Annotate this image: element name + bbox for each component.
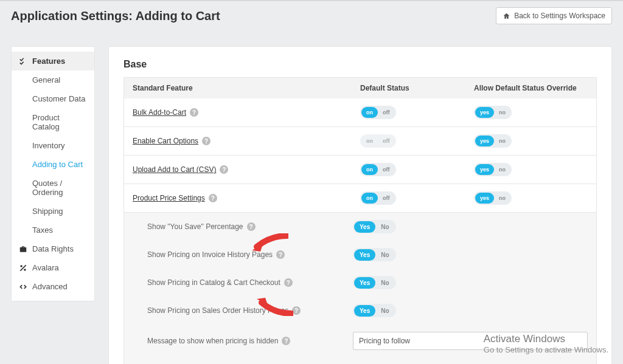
invoice-history-toggle[interactable]: YesNo — [353, 248, 396, 261]
sidebar-item-label: Adding to Cart — [32, 160, 83, 169]
feature-row-price-settings: Product Price Settings? onoff yesno — [124, 184, 597, 213]
sub-row-invoice-history: Show Pricing on Invoice History Pages? Y… — [124, 241, 596, 269]
col-default-status: Default Status — [360, 84, 474, 92]
upload-csv-override-toggle[interactable]: yesno — [474, 163, 512, 176]
main-panel: Base Standard Feature Default Status All… — [108, 46, 612, 364]
help-icon[interactable]: ? — [292, 306, 301, 315]
sidebar-item-inventory[interactable]: Inventory — [12, 136, 94, 155]
sidebar-item-label: General — [32, 75, 60, 84]
sub-row-help-tip: Help tip text to show on Price Message? … — [124, 357, 596, 364]
upload-csv-link[interactable]: Upload Add to Cart (CSV) — [133, 165, 216, 174]
sub-label: Show Pricing on Sales Order History Page… — [147, 306, 288, 315]
sidebar-item-product-catalog[interactable]: Product Catalog — [12, 108, 94, 136]
sidebar-item-customer-data[interactable]: Customer Data — [12, 89, 94, 108]
sidebar-item-advanced[interactable]: Advanced — [12, 277, 94, 296]
briefcase-icon — [19, 245, 27, 253]
home-icon — [503, 12, 510, 20]
help-icon[interactable]: ? — [247, 222, 256, 231]
enable-cart-override-toggle[interactable]: yesno — [474, 134, 512, 148]
col-standard-feature: Standard Feature — [133, 84, 360, 92]
catalog-checkout-toggle[interactable]: YesNo — [353, 276, 396, 289]
sub-row-you-save: Show "You Save" Percentage? YesNo — [124, 213, 596, 241]
bulk-override-toggle[interactable]: yesno — [474, 106, 512, 119]
sidebar-item-adding-to-cart[interactable]: Adding to Cart — [12, 155, 94, 174]
help-icon[interactable]: ? — [190, 108, 198, 117]
bulk-status-toggle[interactable]: onoff — [360, 106, 396, 119]
feature-row-enable-cart: Enable Cart Options? onoff yesno — [124, 127, 597, 156]
col-allow-override: Allow Default Status Override — [474, 84, 588, 92]
sidebar-item-label: Taxes — [32, 225, 53, 235]
help-icon[interactable]: ? — [282, 337, 290, 345]
price-settings-subgroup: Show "You Save" Percentage? YesNo Show P… — [124, 213, 597, 364]
code-icon — [19, 283, 27, 291]
sidebar-item-label: Features — [32, 57, 65, 66]
sidebar-item-label: Inventory — [32, 141, 64, 150]
sales-order-toggle[interactable]: YesNo — [353, 304, 396, 317]
sub-label: Show "You Save" Percentage — [147, 222, 243, 231]
percent-icon — [19, 264, 27, 272]
price-settings-override-toggle[interactable]: yesno — [474, 191, 512, 205]
settings-sidebar: Features General Customer Data Product C… — [11, 46, 95, 301]
sub-label: Show Pricing in Catalog & Cart Checkout — [147, 278, 280, 287]
sub-row-sales-order: Show Pricing on Sales Order History Page… — [124, 297, 596, 325]
hidden-message-input[interactable] — [353, 332, 588, 350]
sub-row-catalog-checkout: Show Pricing in Catalog & Cart Checkout?… — [124, 269, 596, 297]
sidebar-item-label: Product Catalog — [32, 113, 87, 131]
enable-cart-status-toggle[interactable]: onoff — [360, 134, 396, 148]
feature-row-upload-csv: Upload Add to Cart (CSV)? onoff yesno — [124, 156, 597, 184]
sidebar-item-general[interactable]: General — [12, 70, 94, 89]
sidebar-item-label: Advanced — [32, 282, 68, 291]
enable-cart-link[interactable]: Enable Cart Options — [133, 137, 198, 145]
sub-label: Show Pricing on Invoice History Pages — [147, 250, 273, 259]
help-icon[interactable]: ? — [284, 278, 293, 287]
back-to-workspace-button[interactable]: Back to Settings Workspace — [496, 7, 612, 24]
sidebar-item-label: Quotes / Ordering — [32, 179, 87, 197]
upload-csv-status-toggle[interactable]: onoff — [360, 163, 396, 176]
sidebar-item-data-rights[interactable]: Data Rights — [12, 239, 94, 258]
feature-row-bulk-add: Bulk Add-to-Cart? onoff yesno — [124, 98, 597, 127]
sidebar-item-label: Customer Data — [32, 94, 85, 103]
bulk-add-link[interactable]: Bulk Add-to-Cart — [133, 108, 186, 117]
sidebar-item-taxes[interactable]: Taxes — [12, 221, 94, 239]
help-icon[interactable]: ? — [220, 165, 228, 174]
help-icon[interactable]: ? — [276, 250, 285, 259]
help-icon[interactable]: ? — [209, 194, 217, 202]
page-title: Application Settings: Adding to Cart — [11, 9, 220, 23]
table-header: Standard Feature Default Status Allow De… — [124, 77, 597, 98]
sidebar-item-shipping[interactable]: Shipping — [12, 202, 94, 221]
checklist-icon — [19, 57, 27, 66]
sidebar-item-label: Data Rights — [32, 244, 74, 253]
help-icon[interactable]: ? — [202, 137, 211, 145]
you-save-toggle[interactable]: YesNo — [353, 220, 396, 233]
price-settings-link[interactable]: Product Price Settings — [133, 194, 205, 202]
sidebar-item-quotes-ordering[interactable]: Quotes / Ordering — [12, 174, 94, 202]
sub-row-hidden-message: Message to show when pricing is hidden? — [124, 325, 596, 357]
price-settings-status-toggle[interactable]: onoff — [360, 191, 396, 205]
sidebar-item-label: Shipping — [32, 207, 63, 216]
back-label: Back to Settings Workspace — [514, 12, 605, 20]
sidebar-item-label: Avalara — [32, 263, 59, 272]
section-title: Base — [124, 59, 597, 70]
sidebar-item-features[interactable]: Features — [12, 52, 94, 70]
sub-label: Message to show when pricing is hidden — [147, 337, 278, 345]
sidebar-item-avalara[interactable]: Avalara — [12, 258, 94, 277]
